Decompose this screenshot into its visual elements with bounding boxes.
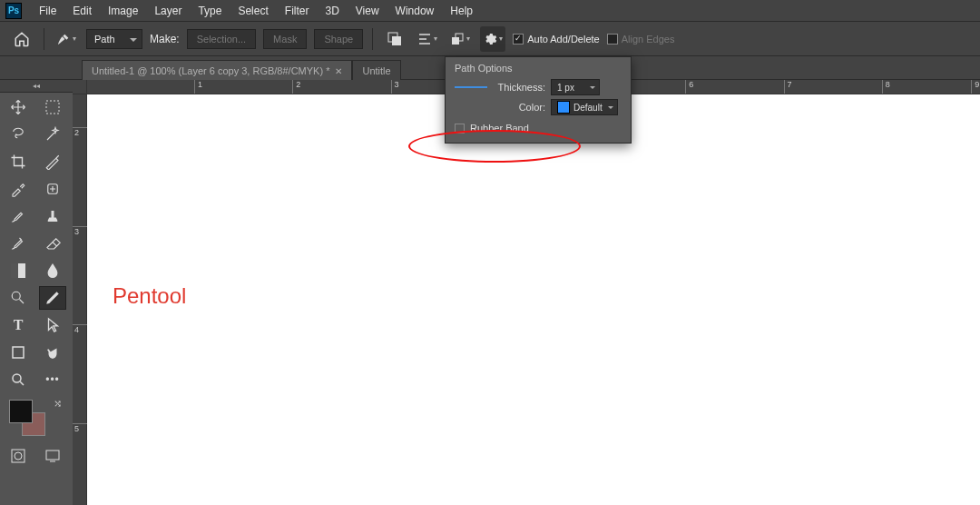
foreground-swatch[interactable] <box>9 400 33 423</box>
main-area: ◂◂ T ••• ⤭ <box>0 80 980 505</box>
chevron-down-icon: ▾ <box>499 35 503 43</box>
ruler-corner <box>73 80 87 94</box>
menu-image[interactable]: Image <box>100 1 146 21</box>
type-tool[interactable]: T <box>5 314 31 336</box>
align-edges-label: Align Edges <box>622 34 675 45</box>
screenmode-tool[interactable] <box>40 445 65 467</box>
zoom-tool[interactable] <box>5 369 31 391</box>
menu-3d[interactable]: 3D <box>317 1 347 21</box>
healing-brush-tool[interactable] <box>40 178 65 200</box>
checkbox-off-icon <box>607 34 618 45</box>
options-bar: ▾ Path Make: Selection... Mask Shape ▾ ▾… <box>0 22 980 56</box>
work-area: 1 2 3 4 5 6 7 8 9 2 3 4 5 Pentool <box>73 80 980 505</box>
edit-toolbar-button[interactable]: ••• <box>40 369 65 391</box>
document-tab-label: Untitled-1 @ 100% (Layer 6 copy 3, RGB/8… <box>92 65 329 76</box>
history-brush-tool[interactable] <box>5 233 31 254</box>
clone-stamp-tool[interactable] <box>40 205 65 227</box>
slice-tool[interactable] <box>40 151 65 173</box>
svg-rect-10 <box>11 263 18 278</box>
color-dropdown[interactable]: Default <box>551 99 618 115</box>
ruler-tick: 2 <box>73 127 87 137</box>
move-tool[interactable] <box>5 96 31 118</box>
app-logo: Ps <box>5 3 22 19</box>
auto-add-delete-checkbox[interactable]: Auto Add/Delete <box>513 34 600 45</box>
gradient-tool[interactable] <box>5 260 31 282</box>
ruler-tick: 7 <box>784 80 792 94</box>
rectangle-tool[interactable] <box>5 342 31 363</box>
menu-select[interactable]: Select <box>230 1 276 21</box>
menu-help[interactable]: Help <box>442 1 481 21</box>
make-label: Make: <box>150 33 180 45</box>
ruler-tick: 1 <box>194 80 202 94</box>
pen-tool[interactable] <box>40 287 65 309</box>
menu-edit[interactable]: Edit <box>64 1 100 21</box>
thickness-label: Thickness: <box>493 82 545 93</box>
path-ops-new-layer-icon[interactable] <box>382 26 407 52</box>
swap-colors-icon[interactable]: ⤭ <box>54 398 62 410</box>
svg-point-13 <box>13 374 21 382</box>
menu-filter[interactable]: Filter <box>277 1 318 21</box>
pick-mode-value: Path <box>94 34 115 45</box>
ruler-tick: 4 <box>73 324 87 334</box>
svg-rect-14 <box>12 450 24 462</box>
menu-type[interactable]: Type <box>190 1 230 21</box>
rubber-band-label: Rubber Band <box>470 123 529 134</box>
document-tab[interactable]: Untitle <box>352 60 400 80</box>
close-icon[interactable]: ✕ <box>335 66 342 76</box>
document-tab-label: Untitle <box>362 65 390 76</box>
crop-tool[interactable] <box>5 151 31 173</box>
make-shape-button[interactable]: Shape <box>314 29 363 49</box>
tool-preset-icon[interactable]: ▾ <box>54 26 79 52</box>
ruler-vertical[interactable]: 2 3 4 5 <box>73 94 87 505</box>
path-selection-tool[interactable] <box>40 314 65 336</box>
magic-wand-tool[interactable] <box>40 124 65 145</box>
pick-mode-dropdown[interactable]: Path <box>86 29 142 49</box>
ruler-tick: 9 <box>971 80 979 94</box>
svg-rect-16 <box>46 451 59 460</box>
stroke-preview <box>455 86 487 88</box>
color-swatches[interactable]: ⤭ <box>5 396 67 440</box>
menu-file[interactable]: File <box>31 1 64 21</box>
svg-point-15 <box>15 452 22 460</box>
path-options-gear-icon[interactable]: ▾ <box>480 26 505 52</box>
panel-collapse-icon[interactable]: ◂◂ <box>0 80 73 93</box>
lasso-tool[interactable] <box>5 124 31 145</box>
quickmask-tool[interactable] <box>5 445 31 467</box>
blur-tool[interactable] <box>40 260 65 282</box>
eraser-tool[interactable] <box>40 233 65 254</box>
ruler-tick: 2 <box>292 80 300 94</box>
canvas[interactable]: Pentool <box>87 94 980 505</box>
rubber-band-checkbox[interactable]: Rubber Band <box>455 123 622 134</box>
make-mask-button[interactable]: Mask <box>263 29 307 49</box>
hand-tool[interactable] <box>40 342 65 363</box>
path-options-flyout: Path Options Thickness: 1 px Color: Defa… <box>445 56 632 144</box>
thickness-dropdown[interactable]: 1 px <box>551 79 600 95</box>
menu-layer[interactable]: Layer <box>146 1 190 21</box>
document-tab[interactable]: Untitled-1 @ 100% (Layer 6 copy 3, RGB/8… <box>82 60 352 80</box>
marquee-tool[interactable] <box>40 96 65 118</box>
thickness-value: 1 px <box>557 83 574 93</box>
chevron-down-icon: ▾ <box>466 35 470 43</box>
home-button[interactable] <box>9 26 34 52</box>
separator <box>44 28 44 50</box>
checkbox-off-icon <box>455 124 465 134</box>
dodge-tool[interactable] <box>5 287 31 309</box>
path-alignment-icon[interactable]: ▾ <box>415 26 440 52</box>
chevron-down-icon: ▾ <box>434 35 437 43</box>
make-selection-button[interactable]: Selection... <box>187 29 256 49</box>
color-label: Color: <box>493 102 545 113</box>
brush-tool[interactable] <box>5 205 31 227</box>
menu-window[interactable]: Window <box>387 1 443 21</box>
path-arrange-icon[interactable]: ▾ <box>447 26 473 52</box>
menu-view[interactable]: View <box>348 1 387 21</box>
color-value: Default <box>573 103 603 113</box>
separator <box>372 28 373 50</box>
auto-add-delete-label: Auto Add/Delete <box>527 34 600 45</box>
eyedropper-tool[interactable] <box>5 178 31 200</box>
toolbox: T ••• ⤭ <box>0 93 73 505</box>
ruler-tick: 3 <box>73 226 87 236</box>
ruler-tick: 3 <box>391 80 399 94</box>
canvas-text-layer: Pentool <box>113 283 186 309</box>
ruler-tick: 8 <box>882 80 890 94</box>
ruler-tick: 5 <box>73 423 87 433</box>
